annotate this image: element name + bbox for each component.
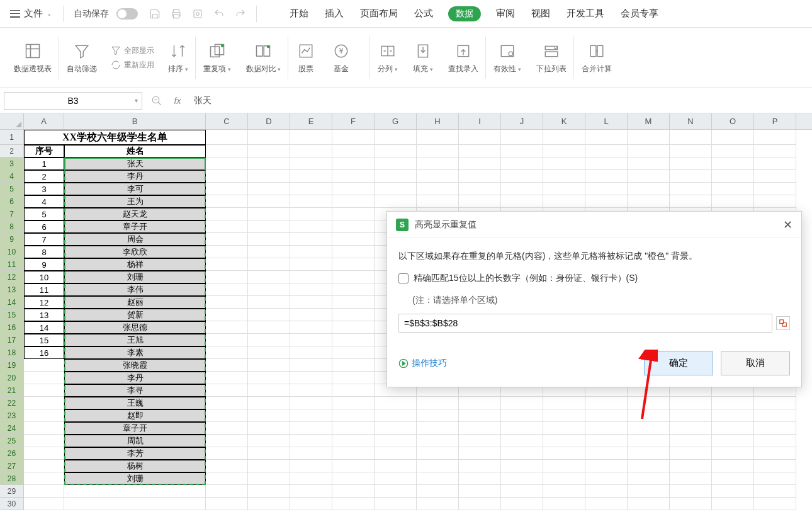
cell[interactable] [670, 145, 712, 157]
cell[interactable] [206, 208, 248, 220]
cell[interactable]: 3 [24, 183, 64, 195]
cell[interactable] [332, 422, 375, 435]
cell[interactable] [543, 183, 585, 195]
cell[interactable]: 杨祥 [64, 258, 206, 271]
cell[interactable] [206, 422, 248, 435]
rowhead[interactable]: 26 [0, 447, 24, 460]
cell[interactable] [501, 472, 543, 485]
cell[interactable]: 赵天龙 [64, 208, 206, 220]
fx-label[interactable]: fx [171, 96, 184, 106]
cell[interactable] [628, 409, 670, 422]
cell[interactable] [417, 498, 459, 510]
cell[interactable] [332, 472, 375, 485]
cell[interactable] [206, 346, 248, 359]
reapply-button[interactable]: 重新应用 [111, 60, 154, 71]
rowhead[interactable]: 8 [0, 220, 24, 233]
cell[interactable] [501, 435, 543, 447]
showall-button[interactable]: 全部显示 [111, 45, 154, 56]
cell[interactable] [290, 409, 332, 422]
cell[interactable] [754, 472, 796, 485]
cell[interactable] [628, 447, 670, 460]
cell[interactable] [375, 170, 417, 183]
cell[interactable] [417, 195, 459, 208]
cell[interactable]: 王旭 [64, 334, 206, 346]
cell[interactable] [332, 346, 375, 359]
cell[interactable] [628, 170, 670, 183]
cell[interactable] [543, 170, 585, 183]
cell[interactable] [459, 460, 501, 472]
file-menu[interactable]: 文件 ⌄ [5, 5, 57, 22]
cell[interactable] [670, 422, 712, 435]
cell[interactable] [206, 485, 248, 498]
cell[interactable] [628, 498, 670, 510]
rowhead[interactable]: 9 [0, 233, 24, 246]
cell[interactable]: 李丹 [64, 372, 206, 384]
colhead-O[interactable]: O [712, 113, 754, 129]
cell[interactable]: 章子开 [64, 220, 206, 233]
cell[interactable] [501, 145, 543, 157]
cell[interactable] [375, 157, 417, 170]
cell[interactable] [248, 346, 290, 359]
tab-公式[interactable]: 公式 [413, 5, 434, 22]
cell[interactable] [501, 130, 543, 145]
cell[interactable]: 4 [24, 195, 64, 208]
cell[interactable] [332, 321, 375, 334]
cell[interactable] [248, 296, 290, 309]
cell[interactable] [24, 498, 64, 510]
ribbon-dropdown[interactable]: 下拉列表 [529, 28, 574, 88]
cell[interactable] [417, 447, 459, 460]
ribbon-pivot[interactable]: 数据透视表 [6, 28, 59, 88]
cell[interactable] [248, 498, 290, 510]
cell[interactable] [501, 485, 543, 498]
cell[interactable] [206, 409, 248, 422]
cell[interactable] [459, 183, 501, 195]
cell[interactable]: 序号 [24, 145, 64, 157]
cell[interactable] [332, 233, 375, 246]
cell[interactable] [332, 435, 375, 447]
cell[interactable] [585, 157, 628, 170]
ribbon-split[interactable]: 分列 [370, 28, 405, 88]
cell[interactable] [712, 397, 754, 409]
cell[interactable] [248, 460, 290, 472]
colhead-K[interactable]: K [543, 113, 585, 129]
preview-icon[interactable] [188, 4, 207, 23]
cell[interactable] [459, 435, 501, 447]
cell[interactable] [585, 397, 628, 409]
cell[interactable] [206, 321, 248, 334]
cell[interactable] [628, 485, 670, 498]
cell[interactable] [290, 296, 332, 309]
cell[interactable] [670, 460, 712, 472]
rowhead[interactable]: 18 [0, 346, 24, 359]
cell[interactable] [628, 183, 670, 195]
cell[interactable]: 李寻 [64, 384, 206, 397]
cell[interactable]: 李素 [64, 346, 206, 359]
cell[interactable] [290, 372, 332, 384]
rowhead[interactable]: 17 [0, 334, 24, 346]
cell[interactable] [712, 409, 754, 422]
cell[interactable]: 赵丽 [64, 296, 206, 309]
cell[interactable] [754, 409, 796, 422]
rowhead[interactable]: 10 [0, 246, 24, 258]
cell[interactable] [290, 485, 332, 498]
cell[interactable]: 2 [24, 170, 64, 183]
cell[interactable] [712, 130, 754, 145]
cell[interactable] [332, 397, 375, 409]
ribbon-merge[interactable]: 合并计算 [574, 28, 619, 88]
cell[interactable] [206, 195, 248, 208]
cell[interactable] [501, 170, 543, 183]
range-input[interactable] [398, 314, 772, 333]
cell[interactable] [248, 220, 290, 233]
rowhead[interactable]: 22 [0, 397, 24, 409]
cell[interactable] [24, 359, 64, 372]
cell[interactable] [206, 145, 248, 157]
rowhead[interactable]: 28 [0, 472, 24, 485]
cell[interactable] [206, 183, 248, 195]
cell[interactable] [290, 359, 332, 372]
ok-button[interactable]: 确定 [644, 351, 713, 375]
select-all-corner[interactable] [0, 113, 24, 129]
cell[interactable]: XX学校六年级学生名单 [24, 130, 206, 145]
cell[interactable] [248, 271, 290, 283]
cell[interactable] [206, 359, 248, 372]
cell[interactable] [375, 472, 417, 485]
cell[interactable] [543, 130, 585, 145]
